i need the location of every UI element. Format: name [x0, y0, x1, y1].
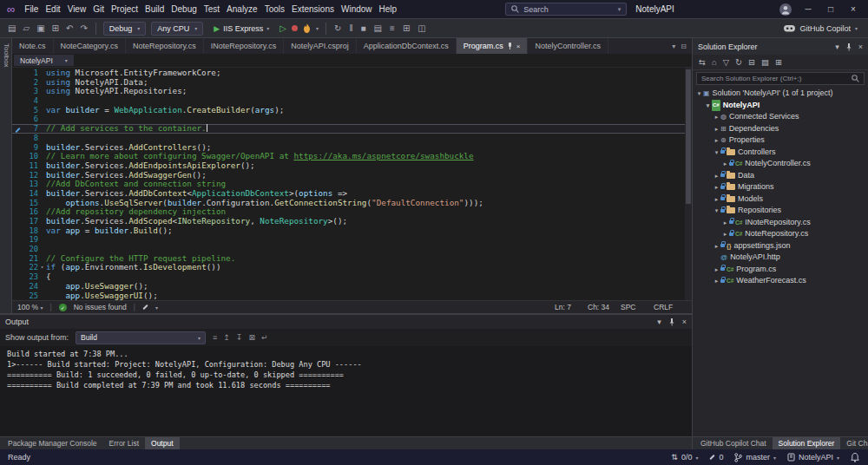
notifications-button[interactable]	[851, 453, 859, 462]
hot-reload-stop-icon[interactable]	[292, 25, 298, 31]
go-next-message-icon[interactable]: ↧	[236, 333, 243, 342]
expand-icon[interactable]: ⊞	[402, 20, 411, 37]
expand-arrow-icon[interactable]: ▾	[704, 100, 712, 112]
expand-arrow-icon[interactable]: ▸	[713, 123, 720, 135]
expand-arrow-icon[interactable]: ▸	[721, 217, 729, 229]
expand-arrow-icon[interactable]: ▸	[721, 158, 729, 170]
tree-item-dependencies[interactable]: ▸⊞Dependencies	[693, 123, 868, 135]
menu-build[interactable]: Build	[141, 0, 168, 19]
undo-icon[interactable]: ↶	[65, 20, 74, 37]
switch-views-icon[interactable]: ⇆	[699, 57, 706, 67]
save-icon[interactable]: ▣	[36, 20, 45, 37]
close-button[interactable]: ×	[847, 4, 859, 14]
tab-noterepository-cs[interactable]: NoteRepository.cs	[126, 38, 204, 54]
start-without-debugging-icon[interactable]: ▷	[279, 23, 286, 33]
expand-arrow-icon[interactable]: ▸	[713, 264, 720, 276]
tree-item-solution-notelyapi-1-of-1-project[interactable]: ▾▣Solution 'NotelyAPI' (1 of 1 project)	[693, 88, 868, 100]
sync-commits-button[interactable]: ⇅ 0/0 ▾	[671, 453, 698, 462]
toolbox-tab[interactable]: Toolbox	[3, 43, 10, 68]
code-line-18[interactable]: 18var app = builder.Build();	[12, 226, 692, 236]
filter-icon[interactable]: ▽	[723, 57, 729, 67]
solution-configurations-dropdown[interactable]: Debug ▾	[103, 22, 147, 36]
code-line-3[interactable]: 3using NotelyAPI.Repositories;	[12, 87, 692, 96]
tab-inoterepository-cs[interactable]: INoteRepository.cs	[204, 38, 284, 54]
chevron-down-icon[interactable]: ▾	[155, 305, 158, 311]
expand-arrow-icon[interactable]: ▸	[713, 111, 720, 123]
search-dropdown-icon[interactable]: ▾	[618, 6, 621, 13]
tree-item-notelycontroller-cs[interactable]: ▸C#NotelyController.cs	[693, 158, 868, 170]
tab-note-cs[interactable]: Note.cs	[12, 38, 54, 54]
panel-tab-package-manager-console[interactable]: Package Manager Console	[2, 437, 103, 449]
code-line-22[interactable]: 22▾if (app.Environment.IsDevelopment())	[12, 263, 692, 272]
break-all-icon[interactable]: ‖	[348, 20, 353, 37]
column-indicator[interactable]: Ch: 34	[588, 303, 621, 311]
code-line-19[interactable]: 19	[12, 235, 692, 245]
output-log[interactable]: Build started at 7:38 PM...1>------ Buil…	[0, 346, 692, 436]
panel-tab-output[interactable]: Output	[145, 437, 180, 449]
line-indicator[interactable]: Ln: 7	[555, 303, 588, 311]
code-editor[interactable]: 1using Microsoft.EntityFrameworkCore;2us…	[12, 68, 692, 300]
minimize-button[interactable]: ─	[802, 4, 814, 14]
editor-vertical-scrollbar[interactable]	[685, 68, 692, 300]
close-icon[interactable]: ×	[858, 43, 863, 51]
scrollbar-thumb[interactable]	[686, 69, 691, 204]
menu-help[interactable]: Help	[376, 0, 401, 19]
menu-debug[interactable]: Debug	[168, 0, 200, 19]
show-output-icon[interactable]: ▤	[373, 20, 383, 37]
panel-tab-error-list[interactable]: Error List	[103, 437, 145, 449]
code-line-5[interactable]: 5var builder = WebApplication.CreateBuil…	[12, 106, 692, 115]
menu-analyze[interactable]: Analyze	[223, 0, 261, 19]
chevron-down-icon[interactable]: ▾	[835, 43, 839, 51]
tree-item-inoterepository-cs[interactable]: ▸C#INoteRepository.cs	[693, 217, 868, 229]
health-status[interactable]: No issues found	[74, 303, 127, 311]
expand-arrow-icon[interactable]: ▸	[713, 275, 720, 287]
pin-icon[interactable]	[507, 43, 513, 49]
close-icon[interactable]: ×	[682, 318, 687, 326]
expand-arrow-icon[interactable]: ▾	[695, 88, 703, 100]
expand-arrow-icon[interactable]: ▸	[713, 193, 720, 206]
properties-icon[interactable]: ⊞	[775, 57, 782, 67]
menu-window[interactable]: Window	[338, 0, 376, 19]
tree-item-noterepository-cs[interactable]: ▸C#NoteRepository.cs	[693, 228, 868, 240]
menu-file[interactable]: File	[21, 0, 42, 19]
find-message-icon[interactable]: ≡	[213, 333, 217, 342]
tree-item-notelyapi[interactable]: ▾C#NotelyAPI	[693, 100, 868, 112]
panel-tab-solution-explorer[interactable]: Solution Explorer	[773, 437, 841, 449]
branch-selector[interactable]: master ▾	[734, 453, 776, 462]
word-wrap-icon[interactable]: ↵	[261, 333, 268, 342]
expand-arrow-icon[interactable]: ▸	[713, 134, 720, 147]
redo-icon[interactable]: ↷	[79, 20, 88, 37]
menu-extensions[interactable]: Extensions	[288, 0, 338, 19]
fold-collapse-icon[interactable]: ▾	[38, 263, 46, 272]
menu-git[interactable]: Git	[89, 0, 108, 19]
tree-item-notelyapi-http[interactable]: @NotelyAPI.http	[693, 252, 868, 264]
hot-reload-icon[interactable]	[303, 23, 311, 33]
expand-arrow-icon[interactable]: ▸	[721, 228, 729, 240]
eol-indicator[interactable]: CRLF	[654, 303, 687, 311]
new-file-icon[interactable]: ▤	[7, 20, 16, 37]
tree-item-models[interactable]: ▸Models	[693, 193, 868, 206]
menu-test[interactable]: Test	[201, 0, 223, 19]
collapse-all-icon[interactable]: ⊟	[748, 57, 755, 67]
account-avatar[interactable]	[779, 3, 792, 16]
tab-notelyapi-csproj[interactable]: NotelyAPI.csproj	[284, 38, 357, 54]
tree-item-repositories[interactable]: ▾Repositories	[693, 205, 868, 217]
tab-notecategory-cs[interactable]: NoteCategory.cs	[54, 38, 126, 54]
health-check-icon[interactable]: ✓	[59, 304, 67, 311]
refresh-icon[interactable]: ↻	[735, 57, 742, 67]
repository-selector[interactable]: NotelyAPI ▾	[787, 453, 839, 462]
open-file-icon[interactable]: ▱	[22, 20, 30, 37]
menu-edit[interactable]: Edit	[42, 0, 63, 19]
line-structure-icon[interactable]: ≡	[389, 20, 396, 37]
home-icon[interactable]: ⌂	[712, 57, 717, 67]
tab-program-cs[interactable]: Program.cs×	[457, 38, 529, 54]
stop-icon[interactable]: ■	[360, 20, 367, 37]
output-source-dropdown[interactable]: Build ▾	[76, 331, 206, 344]
github-copilot-button[interactable]: GitHub Copilot ▾	[784, 24, 861, 33]
global-search-input[interactable]: Search ▾	[505, 3, 627, 16]
compare-icon[interactable]: ◫	[417, 20, 426, 37]
zoom-level[interactable]: 100 % ▾	[17, 303, 43, 311]
panel-tab-github-copilot-chat[interactable]: GitHub Copilot Chat	[694, 437, 773, 449]
menu-view[interactable]: View	[64, 0, 90, 19]
expand-arrow-icon[interactable]: ▾	[713, 147, 720, 159]
